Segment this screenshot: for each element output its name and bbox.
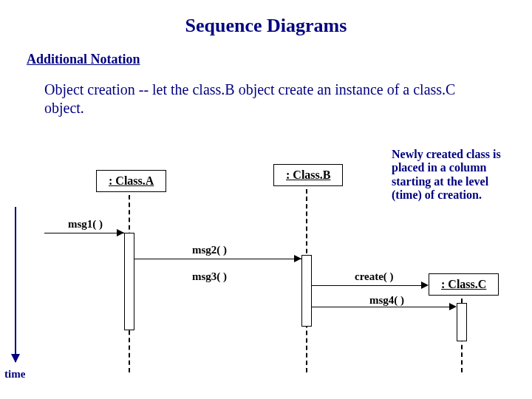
section-subtitle: Additional Notation (27, 52, 532, 67)
activation-c (457, 303, 467, 341)
page-title: Sequence Diagrams (0, 15, 532, 37)
arrow-msg2 (134, 259, 301, 259)
activation-a (124, 233, 134, 330)
object-class-a: : Class.A (96, 170, 166, 192)
arrow-create (311, 285, 427, 286)
sequence-diagram: time : Class.A : Class.B : Class.C Newly… (0, 148, 532, 392)
arrowhead-msg4 (449, 303, 457, 310)
object-class-c: : Class.C (429, 273, 499, 296)
description: Object creation -- let the class.B objec… (44, 81, 488, 117)
object-class-b: : Class.B (273, 164, 343, 186)
time-axis-arrow (15, 207, 16, 362)
label-create: create( ) (355, 270, 394, 283)
arrow-msg4 (311, 307, 455, 307)
activation-b (301, 255, 312, 327)
arrowhead-msg1 (117, 229, 124, 236)
arrow-msg1 (44, 233, 124, 233)
label-msg1: msg1( ) (68, 218, 103, 231)
time-axis-label: time (4, 368, 25, 381)
creation-note: Newly created class is placed in a colum… (392, 148, 517, 202)
label-msg4: msg4( ) (369, 294, 404, 307)
arrowhead-create (421, 282, 429, 289)
label-msg2: msg2( ) (192, 244, 227, 256)
label-msg3: msg3( ) (192, 270, 227, 283)
arrowhead-msg2 (294, 255, 301, 262)
